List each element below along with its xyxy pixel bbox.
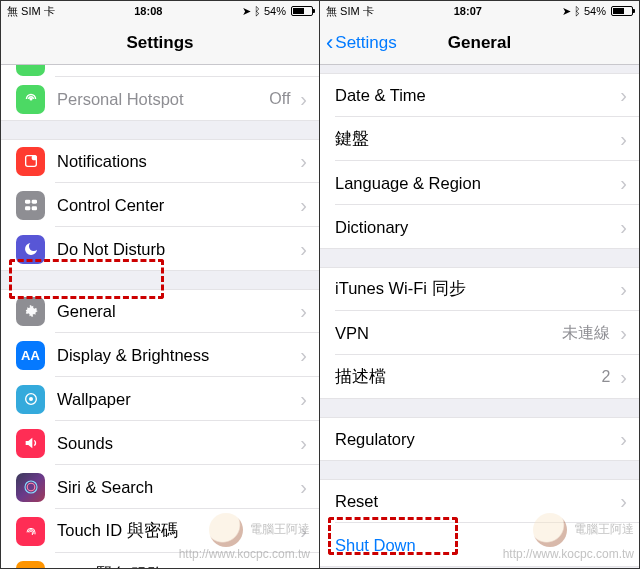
chevron-right-icon: › xyxy=(620,366,627,389)
row-label: Touch ID 與密碼 xyxy=(57,520,296,542)
status-time: 18:07 xyxy=(454,5,482,17)
gear-icon xyxy=(16,297,45,326)
battery-pct: 54% xyxy=(264,5,286,17)
back-label: Settings xyxy=(335,33,396,53)
status-time: 18:08 xyxy=(134,5,162,17)
row-touch-id[interactable]: Touch ID 與密碼 › xyxy=(1,509,319,553)
battery-icon xyxy=(611,6,633,16)
row-shut-down[interactable]: Shut Down xyxy=(320,523,639,567)
row-dictionary[interactable]: Dictionary › xyxy=(320,205,639,249)
page-title: Settings xyxy=(126,33,193,53)
row-label: Notifications xyxy=(57,152,296,171)
row-label: VPN xyxy=(335,324,562,343)
bluetooth-icon: ᛒ xyxy=(574,5,581,17)
row-date-time[interactable]: Date & Time › xyxy=(320,73,639,117)
row-value: 未連線 xyxy=(562,323,610,344)
battery-icon xyxy=(291,6,313,16)
svg-rect-6 xyxy=(31,206,36,210)
battery-pct: 54% xyxy=(584,5,606,17)
row-notifications[interactable]: Notifications › xyxy=(1,139,319,183)
back-button[interactable]: ‹ Settings xyxy=(326,21,397,64)
page-title: General xyxy=(448,33,511,53)
row-general[interactable]: General › xyxy=(1,289,319,333)
chevron-right-icon: › xyxy=(300,388,307,411)
chevron-right-icon: › xyxy=(620,490,627,513)
row-wallpaper[interactable]: Wallpaper › xyxy=(1,377,319,421)
svg-rect-3 xyxy=(25,200,30,204)
row-label: Reset xyxy=(335,492,616,511)
chevron-right-icon: › xyxy=(620,428,627,451)
chevron-right-icon: › xyxy=(620,172,627,195)
moon-icon xyxy=(16,235,45,264)
row-personal-hotspot[interactable]: Personal Hotspot Off › xyxy=(1,77,319,121)
row-value: Off xyxy=(269,90,290,108)
nav-bar: Settings xyxy=(1,21,319,65)
chevron-right-icon: › xyxy=(300,300,307,323)
chevron-right-icon: › xyxy=(300,476,307,499)
location-icon: ➤ xyxy=(562,5,571,18)
general-list[interactable]: Date & Time › 鍵盤 › Language & Region › D… xyxy=(320,65,639,568)
row-vpn[interactable]: VPN 未連線 › xyxy=(320,311,639,355)
chain-icon xyxy=(16,65,45,76)
row-sounds[interactable]: Sounds › xyxy=(1,421,319,465)
hotspot-icon xyxy=(16,85,45,114)
row-unknown-green[interactable] xyxy=(1,65,319,77)
row-control-center[interactable]: Control Center › xyxy=(1,183,319,227)
row-language-region[interactable]: Language & Region › xyxy=(320,161,639,205)
row-label: 描述檔 xyxy=(335,366,601,388)
screenshot-container: 無 SIM 卡 18:08 ➤ ᛒ 54% Settings xyxy=(0,0,640,569)
row-display-brightness[interactable]: AA Display & Brightness › xyxy=(1,333,319,377)
chevron-right-icon: › xyxy=(300,194,307,217)
chevron-left-icon: ‹ xyxy=(326,32,333,54)
chevron-right-icon: › xyxy=(300,564,307,569)
svg-point-0 xyxy=(30,98,32,100)
chevron-right-icon: › xyxy=(300,88,307,111)
row-label: General xyxy=(57,302,296,321)
settings-list[interactable]: Personal Hotspot Off › Notifications › xyxy=(1,65,319,568)
svg-rect-4 xyxy=(31,200,36,204)
row-label: Siri & Search xyxy=(57,478,296,497)
phone-right: 無 SIM 卡 18:07 ➤ ᛒ 54% ‹ Settings General… xyxy=(320,1,639,568)
carrier-label: 無 SIM 卡 xyxy=(326,4,374,19)
row-label: Personal Hotspot xyxy=(57,90,269,109)
row-do-not-disturb[interactable]: Do Not Disturb › xyxy=(1,227,319,271)
chevron-right-icon: › xyxy=(620,322,627,345)
fingerprint-icon xyxy=(16,517,45,546)
row-label: Wallpaper xyxy=(57,390,296,409)
wallpaper-icon xyxy=(16,385,45,414)
chevron-right-icon: › xyxy=(300,150,307,173)
row-label: Display & Brightness xyxy=(57,346,296,365)
row-siri-search[interactable]: Siri & Search › xyxy=(1,465,319,509)
row-keyboard[interactable]: 鍵盤 › xyxy=(320,117,639,161)
row-regulatory[interactable]: Regulatory › xyxy=(320,417,639,461)
bluetooth-icon: ᛒ xyxy=(254,5,261,17)
status-bar: 無 SIM 卡 18:08 ➤ ᛒ 54% xyxy=(1,1,319,21)
row-label: Date & Time xyxy=(335,86,616,105)
row-sos[interactable]: SOS SOS 緊急服務 › xyxy=(1,553,319,568)
nav-bar: ‹ Settings General xyxy=(320,21,639,65)
chevron-right-icon: › xyxy=(300,520,307,543)
phone-left: 無 SIM 卡 18:08 ➤ ᛒ 54% Settings xyxy=(1,1,320,568)
status-bar: 無 SIM 卡 18:07 ➤ ᛒ 54% xyxy=(320,1,639,21)
control-center-icon xyxy=(16,191,45,220)
row-label: Sounds xyxy=(57,434,296,453)
chevron-right-icon: › xyxy=(300,238,307,261)
notifications-icon xyxy=(16,147,45,176)
row-itunes-wifi[interactable]: iTunes Wi-Fi 同步 › xyxy=(320,267,639,311)
chevron-right-icon: › xyxy=(620,128,627,151)
row-profile[interactable]: 描述檔 2 › xyxy=(320,355,639,399)
carrier-label: 無 SIM 卡 xyxy=(7,4,55,19)
row-label: Shut Down xyxy=(335,536,639,555)
row-label: Control Center xyxy=(57,196,296,215)
chevron-right-icon: › xyxy=(300,344,307,367)
location-icon: ➤ xyxy=(242,5,251,18)
row-reset[interactable]: Reset › xyxy=(320,479,639,523)
siri-icon xyxy=(16,473,45,502)
chevron-right-icon: › xyxy=(300,432,307,455)
row-label: 鍵盤 xyxy=(335,128,616,150)
row-label: Do Not Disturb xyxy=(57,240,296,259)
svg-point-2 xyxy=(31,155,36,160)
svg-point-8 xyxy=(29,397,33,401)
row-label: Regulatory xyxy=(335,430,616,449)
row-label: SOS 緊急服務 xyxy=(57,564,296,568)
